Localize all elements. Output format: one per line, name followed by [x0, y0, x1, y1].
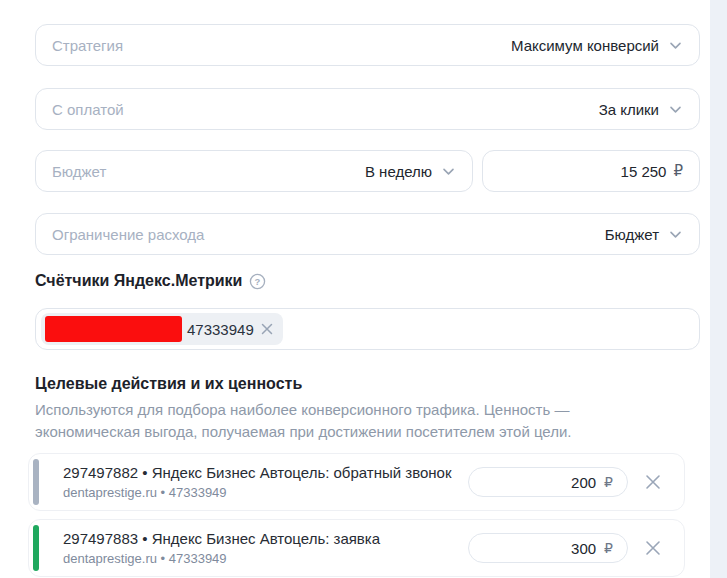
strategy-value: Максимум конверсий	[511, 37, 659, 54]
budget-period-value: В неделю	[365, 163, 432, 180]
budget-amount-value: 15 250	[621, 163, 667, 180]
spend-limit-select[interactable]: Ограничение расхода Бюджет	[35, 213, 700, 255]
budget-period-select[interactable]: Бюджет В неделю	[35, 150, 473, 192]
remove-goal-icon[interactable]	[642, 537, 664, 559]
ruble-sign: ₽	[604, 540, 613, 556]
ruble-sign: ₽	[673, 162, 683, 180]
goal-title: 297497883 • Яндекс Бизнес Автоцель: заяв…	[63, 530, 380, 547]
goals-description-line: экономическая выгода, получаемая при дос…	[35, 421, 700, 443]
goal-accent-bar	[33, 459, 39, 505]
goal-value-input[interactable]: 300 ₽	[468, 533, 628, 563]
strategy-label: Стратегия	[52, 37, 123, 54]
goal-card: 297497883 • Яндекс Бизнес Автоцель: заяв…	[28, 519, 685, 577]
metrika-counters-input[interactable]: 47333949	[35, 308, 700, 350]
spend-limit-label: Ограничение расхода	[52, 226, 204, 243]
goal-title: 297497882 • Яндекс Бизнес Автоцель: обра…	[63, 464, 452, 481]
goals-description-line: Используются для подбора наиболее конвер…	[35, 399, 700, 421]
remove-goal-icon[interactable]	[642, 471, 664, 493]
counter-id: 47333949	[187, 321, 254, 338]
question-circle-icon[interactable]: ?	[249, 273, 266, 290]
goals-description: Используются для подбора наиболее конвер…	[35, 399, 700, 443]
spend-limit-value: Бюджет	[605, 226, 659, 243]
campaign-settings-panel: Стратегия Максимум конверсий С оплатой З…	[35, 24, 700, 578]
goal-value-amount: 200	[571, 474, 596, 491]
budget-amount-input[interactable]: 15 250 ₽	[482, 150, 700, 192]
goal-card: 297497882 • Яндекс Бизнес Автоцель: обра…	[28, 453, 685, 511]
goals-heading: Целевые действия и их ценность	[35, 375, 302, 393]
payment-select[interactable]: С оплатой За клики	[35, 88, 700, 130]
chevron-down-icon	[441, 164, 456, 179]
metrika-heading: Счётчики Яндекс.Метрики	[35, 272, 242, 290]
chevron-down-icon	[668, 38, 683, 53]
metrika-counter-chip: 47333949	[41, 313, 283, 345]
strategy-select[interactable]: Стратегия Максимум конверсий	[35, 24, 700, 66]
redacted-counter-name	[45, 316, 182, 342]
payment-label: С оплатой	[52, 101, 124, 118]
chevron-down-icon	[668, 227, 683, 242]
svg-text:?: ?	[255, 275, 261, 286]
remove-counter-icon[interactable]	[259, 321, 275, 337]
chevron-down-icon	[668, 102, 683, 117]
goal-value-amount: 300	[571, 540, 596, 557]
ruble-sign: ₽	[604, 474, 613, 490]
goal-source: dentaprestige.ru • 47333949	[63, 485, 452, 500]
goal-value-input[interactable]: 200 ₽	[468, 467, 628, 497]
goal-accent-bar	[33, 525, 39, 571]
scrollbar-track[interactable]	[710, 0, 727, 578]
budget-label: Бюджет	[52, 163, 106, 180]
goal-source: dentaprestige.ru • 47333949	[63, 551, 380, 566]
payment-value: За клики	[599, 101, 659, 118]
